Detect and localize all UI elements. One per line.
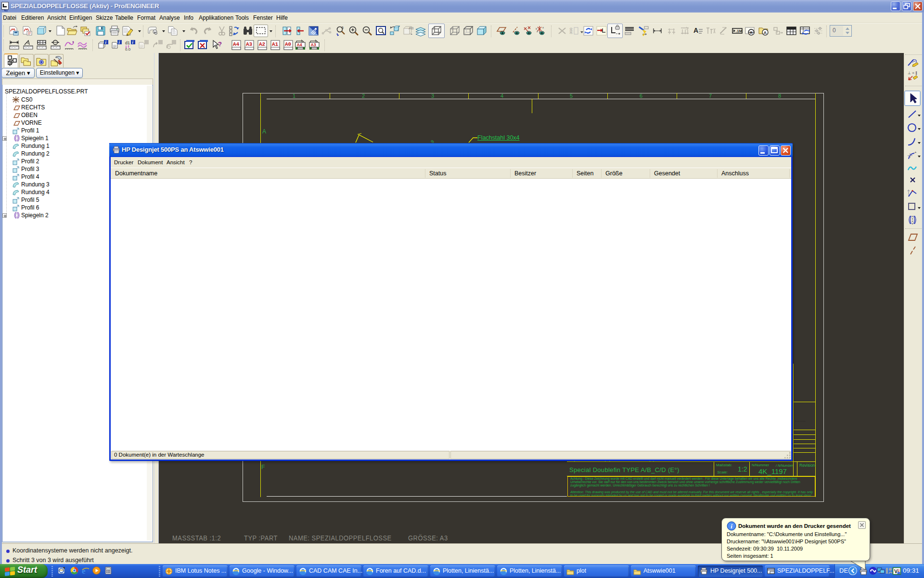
svg-text:A0: A0 bbox=[285, 41, 291, 47]
svg-text:A3: A3 bbox=[246, 41, 253, 47]
svg-text:z: z bbox=[537, 30, 538, 33]
svg-text:300: 300 bbox=[569, 27, 573, 34]
svg-text:d1: d1 bbox=[125, 40, 130, 45]
svg-text:AB: AB bbox=[409, 26, 414, 30]
svg-text:A: A bbox=[750, 30, 753, 35]
svg-text:5: 5 bbox=[342, 26, 344, 29]
svg-text:+: + bbox=[914, 150, 917, 155]
svg-text:0.0: 0.0 bbox=[125, 47, 131, 52]
svg-text:A: A bbox=[693, 26, 698, 34]
svg-text:?: ? bbox=[218, 40, 222, 48]
svg-text:A: A bbox=[764, 30, 767, 35]
svg-text:2: 2 bbox=[898, 568, 900, 573]
svg-text:.1M: .1M bbox=[736, 29, 743, 33]
svg-text:A2: A2 bbox=[259, 41, 265, 47]
svg-text:e: e bbox=[82, 566, 86, 576]
svg-text:A4: A4 bbox=[233, 41, 240, 47]
svg-text:A1: A1 bbox=[272, 41, 279, 47]
svg-text:x: x bbox=[542, 26, 544, 29]
svg-text:i: i bbox=[731, 523, 732, 530]
svg-text:⊥ = ∥: ⊥ = ∥ bbox=[908, 71, 917, 75]
